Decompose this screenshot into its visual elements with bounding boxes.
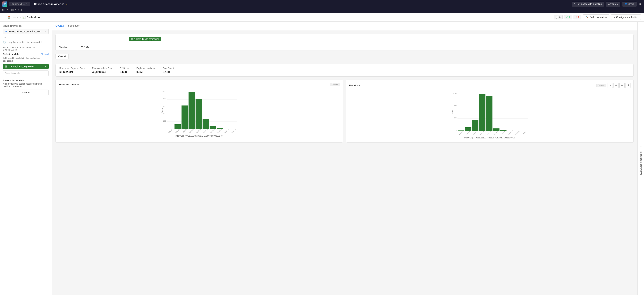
help-menu[interactable]: Help [10, 9, 14, 11]
latest-metrics-label: 🕐 Using latest metrics for each model [3, 41, 49, 44]
score-distribution-svg: Count 0 200 400 600 800 1000 [59, 88, 340, 133]
configure-evaluation-button[interactable]: ≡ Configure evaluation [611, 15, 641, 20]
svg-rect-44 [472, 120, 478, 131]
right-panel[interactable]: ≡ Evaluation dashboard [637, 22, 644, 295]
file-size-label: File size [56, 44, 78, 51]
viewing-label: Viewing metrics on [3, 25, 49, 27]
home-icon: 🏠 [8, 16, 10, 19]
zoom-out-button[interactable]: ⊖ [620, 83, 624, 88]
score-chart-interval: Interval: [-77791.58540106873-679997.900… [59, 135, 340, 137]
dataset-more-button[interactable]: ••• [3, 36, 7, 40]
metrics-card: Root Mean Squared Error 68,652.721 Mean … [56, 64, 634, 77]
question-icon: ? [574, 3, 576, 5]
tab-population[interactable]: population [68, 22, 80, 30]
hammer-icon: 🔨 [586, 16, 588, 19]
search-button[interactable]: Search [3, 90, 49, 95]
svg-text:Count: Count [452, 110, 454, 115]
favorite-star[interactable]: ★ [66, 3, 68, 6]
app-tab[interactable]: Foundry ML ... ••• [9, 2, 30, 6]
breadcrumb-home[interactable]: 🏠 Home [8, 16, 18, 19]
right-panel-icon: ≡ [640, 145, 642, 148]
select-models-section-title: SELECT MODELS TO VIEW ON DASHBOARD [3, 47, 49, 51]
residuals-chart: Residuals Overall » ⊕ ⊖ ↺ [346, 80, 634, 143]
score-chart-badge: Overall [330, 83, 340, 86]
comment-icon: 💬 [556, 16, 558, 19]
metric-rc: Row Count 3,190 [163, 67, 174, 74]
svg-text:800: 800 [163, 98, 166, 100]
check-badge[interactable]: ✓ 1 [564, 15, 572, 20]
build-evaluation-button[interactable]: 🔨 Build evaluation [583, 15, 610, 20]
forward-button[interactable]: » [608, 83, 613, 88]
svg-rect-16 [189, 92, 195, 129]
get-started-button[interactable]: ? Get started with modeling [572, 2, 604, 7]
breadcrumb-sep-top: › [32, 3, 33, 6]
svg-text:400: 400 [163, 113, 166, 115]
file-menu[interactable]: File [2, 9, 6, 11]
tab-overall[interactable]: Overall [56, 22, 64, 30]
page-title-top: House Prices in America [34, 3, 64, 6]
actions-chevron-icon: ▾ [617, 3, 618, 5]
select-models-desc: Add specific models to the evaluation da… [3, 57, 49, 62]
back-button[interactable]: ← [3, 16, 6, 19]
file-sep: ▾ [7, 9, 8, 11]
search-models-title: Search for models [3, 79, 49, 82]
model-name-col: ▦ sklearn_linear_regression [126, 34, 634, 44]
svg-rect-13 [168, 129, 174, 129]
reset-button[interactable]: ↺ [625, 83, 630, 88]
grid-icon: ⊞ [18, 9, 20, 11]
dataset-arrow-icon: ▾ [45, 30, 46, 33]
search-models-desc: Add models via search results on model m… [3, 83, 49, 88]
file-size-value: 352 KB [78, 44, 92, 51]
model-chip-icon: ▦ [5, 65, 8, 68]
actions-button[interactable]: Actions ▾ [606, 2, 620, 7]
metric-ev: Explained Variance 0.658 [136, 67, 156, 74]
breadcrumb: ← 🏠 Home › 📊 Evaluation [3, 16, 40, 19]
residuals-chart-title: Residuals [349, 84, 360, 87]
error-badge[interactable]: ✗ 6 [574, 15, 582, 20]
clear-all-link[interactable]: Clear all [40, 53, 49, 56]
svg-text:200: 200 [163, 120, 166, 122]
svg-text:22622.729: 22622.729 [486, 130, 492, 135]
help-sep: ▾ [15, 9, 16, 11]
svg-rect-21 [224, 129, 230, 129]
panel-toggle-button[interactable]: ≡ [639, 2, 642, 7]
score-chart-title: Score Distribution [59, 83, 80, 86]
metric-rmse: Root Mean Squared Error 68,652.721 [59, 67, 85, 74]
breadcrumb-sep: › [20, 16, 21, 19]
svg-rect-20 [217, 128, 223, 129]
svg-text:Count: Count [161, 108, 163, 113]
svg-text:1000: 1000 [162, 91, 166, 92]
check-icon: ✓ [566, 16, 568, 19]
residuals-chart-badge: Overall [596, 84, 606, 87]
share-button[interactable]: 👤 Share [622, 2, 637, 7]
overall-badge: Overall [56, 54, 68, 59]
model-chip: ▦ sklearn_linear_regression ✕ [3, 64, 49, 69]
model-search-input[interactable] [3, 70, 49, 76]
tabs-bar: Overall population [52, 22, 637, 30]
score-distribution-chart: Score Distribution Overall Count 0 200 4… [56, 80, 343, 143]
main-content: Overall population ▦ sklearn_linear_regr… [52, 22, 637, 295]
model-header-card: ▦ sklearn_linear_regression File size 35… [56, 34, 634, 51]
svg-rect-19 [210, 126, 216, 129]
right-panel-label: Evaluation dashboard [640, 150, 642, 176]
svg-rect-43 [465, 127, 472, 131]
tab-label: Foundry ML ... [11, 3, 25, 5]
comment-badge[interactable]: 💬 0 [554, 15, 562, 20]
tab-more-icon: ••• [26, 3, 28, 5]
select-models-title: Select models [3, 53, 19, 56]
model-chip-remove-button[interactable]: ✕ [44, 65, 47, 68]
residuals-chart-interval: Interval: [-369958.661213532826-415204.1… [349, 137, 630, 139]
svg-text:-55893.549: -55893.549 [479, 130, 485, 135]
clock-icon: 🕐 [3, 41, 6, 44]
breadcrumb-current: 📊 Evaluation [22, 16, 40, 19]
metric-r2: R2 Score 0.658 [120, 67, 129, 74]
svg-text:-2012.837: -2012.837 [168, 129, 173, 133]
zoom-in-button[interactable]: ⊕ [614, 83, 619, 88]
svg-text:800: 800 [454, 105, 456, 107]
svg-rect-48 [500, 130, 506, 131]
share-icon: 👤 [624, 3, 627, 5]
model-chip-label: sklearn_linear_regression [8, 65, 34, 68]
residuals-svg: Count 0 400 800 1200 [349, 90, 630, 135]
sidebar: Viewing metrics on ⊞ house_prices_in_ame… [0, 22, 52, 295]
dataset-selector[interactable]: ⊞ house_prices_in_america_test ▾ [3, 29, 49, 34]
